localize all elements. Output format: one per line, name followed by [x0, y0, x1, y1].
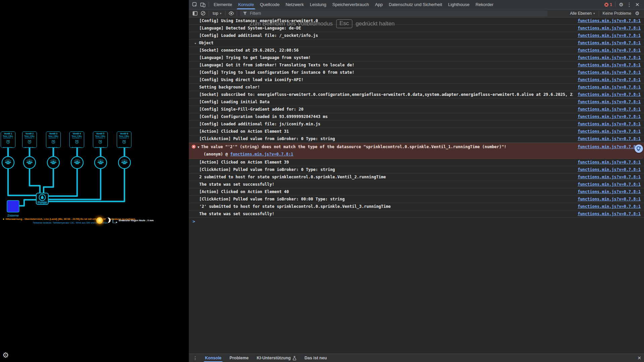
source-link[interactable]: functions.min.js?v=0.7.8:1: [578, 121, 641, 128]
drawer-tab-konsole[interactable]: Konsole: [201, 354, 225, 362]
console-log-row: [ClickAction] Pulled value from ioBroker…: [189, 166, 644, 174]
source-link[interactable]: functions.min.js?v=0.7.8:1: [578, 106, 641, 113]
source-link[interactable]: functions.min.js?v=0.7.8:1: [578, 99, 641, 106]
tab-lighthouse[interactable]: Lighthouse: [445, 0, 473, 9]
sprinkler-nodes[interactable]: [2, 157, 130, 169]
valve-card[interactable]: Ventil 5Timer: 0 Min.Countdown: 0Auto Mo…: [93, 131, 108, 148]
devtools-close-icon[interactable]: ✕: [633, 1, 641, 8]
console-sidebar-toggle-icon[interactable]: [191, 10, 199, 17]
sun-icon: [96, 217, 103, 224]
tab-app[interactable]: App: [372, 0, 386, 9]
valve-card[interactable]: Ventil 4Timer: 0 Min.Countdown: 0Auto Mo…: [69, 131, 84, 148]
valve-auto-mode: Auto Mode Aus: [3, 146, 13, 148]
source-link[interactable]: functions.min.js?v=0.7.8:1: [578, 17, 641, 24]
source-link[interactable]: functions.min.js?v=0.7.8:1: [578, 91, 641, 98]
source-link[interactable]: functions.min.js?v=0.7.8:1: [578, 113, 641, 120]
tab-rekorder[interactable]: Rekorder: [473, 0, 496, 9]
live-expression-eye-icon[interactable]: [227, 10, 235, 17]
log-message: [ClickAction] Pulled value from ioBroker…: [199, 166, 573, 173]
source-link[interactable]: functions.min.js?v=0.7.8:1: [578, 166, 641, 173]
divider: [237, 11, 237, 16]
console-log-row: [Config] Trying to load configuration fo…: [189, 69, 644, 76]
source-link[interactable]: functions.min.js?v=0.7.8:1: [578, 128, 641, 135]
drawer-tab-das-ist-neu[interactable]: Das ist neu: [301, 354, 331, 362]
source-link[interactable]: functions.min.js?v=0.7.8:1: [578, 188, 641, 195]
stack-frame-label: (anonym) @: [204, 152, 230, 157]
expand-arrow-icon[interactable]: ▸: [195, 40, 197, 47]
issues-status[interactable]: Keine Probleme: [601, 11, 633, 16]
source-link[interactable]: functions.min.js?v=0.7.8:1: [578, 32, 641, 39]
source-link[interactable]: functions.min.js?v=0.7.8:1: [578, 40, 641, 47]
source-link[interactable]: functions.min.js?v=0.7.8:1: [578, 143, 641, 150]
source-link[interactable]: functions.min.js?v=0.7.8:1: [578, 203, 641, 210]
error-count: 1: [610, 2, 612, 7]
tab-elemente[interactable]: Elemente: [211, 0, 235, 9]
cistern[interactable]: Zisterne: [7, 200, 19, 217]
device-toolbar-icon[interactable]: [199, 1, 207, 8]
rain-gauge-icon: [112, 219, 118, 224]
console-log-row: [Config] Single-Fill-Gradient added for:…: [189, 106, 644, 113]
source-link[interactable]: functions.min.js?v=0.7.8:1: [578, 174, 641, 181]
context-selector[interactable]: top ▾: [211, 11, 223, 16]
rain-expected-text: Erwarteter Regen Heute : 0 mm: [119, 219, 154, 222]
source-link[interactable]: functions.min.js?v=0.7.8:1: [578, 181, 641, 188]
tab-datenschutz[interactable]: Datenschutz und Sicherheit: [386, 0, 445, 9]
console-log-row: [Language] Trying to get language from s…: [189, 54, 644, 62]
source-link[interactable]: functions.min.js?v=0.7.8:1: [578, 135, 641, 142]
drawer-tab-probleme[interactable]: Probleme: [225, 354, 253, 362]
console-filter-box[interactable]: [240, 10, 547, 16]
weather-forecast-text: Teilweise bedeckt. Tiefsttemperatur 19C.…: [33, 222, 144, 224]
ai-explain-error-button[interactable]: [635, 144, 643, 153]
water-pipes: [8, 169, 124, 206]
drawer-tab-ki-unterstuetzung[interactable]: KI-Unterstützung: [253, 354, 300, 362]
log-message: [Config] Using direct load via iconify-A…: [199, 76, 573, 83]
page-settings-gear-icon[interactable]: ⚙: [2, 351, 9, 359]
tab-leistung[interactable]: Leistung: [307, 0, 329, 9]
drawer-close-icon[interactable]: ✕: [637, 355, 641, 361]
tab-netzwerk[interactable]: Netzwerk: [282, 0, 307, 9]
devtools-settings-gear-icon[interactable]: ⚙: [617, 1, 625, 8]
valve-card[interactable]: Ventil 3Timer: 0 Min.Countdown: 0Auto Mo…: [46, 131, 61, 148]
log-message: [ClickAction] Pulled value from ioBroker…: [199, 196, 573, 203]
source-link[interactable]: functions.min.js?v=0.7.8:1: [230, 152, 293, 157]
inspect-element-icon[interactable]: [191, 1, 199, 8]
source-link[interactable]: functions.min.js?v=0.7.8:1: [578, 25, 641, 32]
console-log-row: [Language] Got it from ioBroker! Transla…: [189, 62, 644, 69]
filter-funnel-icon: [243, 11, 247, 15]
source-link[interactable]: functions.min.js?v=0.7.8:1: [578, 54, 641, 61]
valve-auto-mode: Auto Mode Aus: [72, 146, 82, 148]
drawer-menu-dots-icon[interactable]: ⋮: [193, 355, 198, 361]
toolbar-right-controls: Alle Ebenen ▾ Keine Probleme ⚙: [568, 10, 641, 17]
console-messages-area[interactable]: [Config] Using Instance: energiefluss-er…: [189, 17, 644, 354]
log-message: The value "'2'" (string) does not match …: [201, 143, 573, 150]
tab-quellcode[interactable]: Quellcode: [257, 0, 283, 9]
error-count-badge[interactable]: 1: [603, 2, 613, 7]
console-filter-input[interactable]: [249, 11, 545, 16]
console-log-row: [Socket] connected at 29.6.2025, 22:08:5…: [189, 47, 644, 54]
divider: [599, 11, 599, 16]
source-link[interactable]: functions.min.js?v=0.7.8:1: [578, 62, 641, 69]
pump[interactable]: Pumpe: [36, 193, 48, 204]
log-level-selector[interactable]: Alle Ebenen ▾: [568, 11, 597, 16]
source-link[interactable]: functions.min.js?v=0.7.8:1: [578, 47, 641, 54]
source-link[interactable]: functions.min.js?v=0.7.8:1: [578, 196, 641, 203]
clear-console-icon[interactable]: [199, 10, 207, 17]
moon-mask: [105, 218, 109, 223]
source-link[interactable]: functions.min.js?v=0.7.8:1: [578, 76, 641, 83]
console-prompt[interactable]: >: [189, 218, 644, 225]
valve-card[interactable]: Ventil 1Timer: 0 Min.Countdown: 0Auto Mo…: [1, 131, 15, 148]
console-log-row: [Config] Configuration loaded in 93.6999…: [189, 113, 644, 121]
source-link[interactable]: functions.min.js?v=0.7.8:1: [578, 159, 641, 166]
source-link[interactable]: functions.min.js?v=0.7.8:1: [578, 69, 641, 76]
log-message: [Config] Loading initial Data: [199, 99, 573, 106]
source-link[interactable]: functions.min.js?v=0.7.8:1: [578, 210, 641, 218]
console-log-row: [Action] Clicked on Action Element 31fun…: [189, 128, 644, 135]
tab-speicherverbrauch[interactable]: Speicherverbrauch: [329, 0, 372, 9]
devtools-menu-dots-icon[interactable]: ⋮: [625, 1, 633, 8]
source-link[interactable]: functions.min.js?v=0.7.8:1: [578, 84, 641, 91]
expand-caret-icon[interactable]: ▼: [198, 144, 199, 151]
console-settings-gear-icon[interactable]: ⚙: [633, 10, 641, 17]
tab-konsole[interactable]: Konsole: [235, 0, 257, 9]
valve-card[interactable]: Ventil 6Timer: 0 Min.Countdown: 0Auto Mo…: [117, 131, 131, 148]
valve-card[interactable]: Ventil 2Timer: 0 Min.Countdown: 0Auto Mo…: [22, 131, 37, 148]
